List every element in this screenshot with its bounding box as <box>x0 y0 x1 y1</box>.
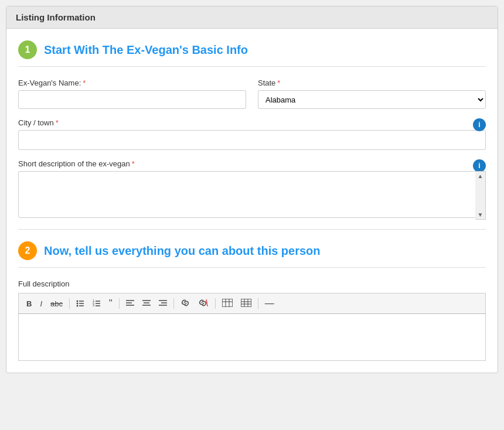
svg-point-2 <box>76 302 78 304</box>
state-field-group: State* Alabama Alaska Arizona Arkansas C… <box>258 79 486 109</box>
state-select[interactable]: Alabama Alaska Arizona Arkansas Californ… <box>258 90 486 109</box>
short-desc-input-wrapper: ▲ ▼ <box>18 171 486 220</box>
toolbar-divider-4 <box>215 298 216 309</box>
city-required: * <box>56 118 59 127</box>
toolbar-divider-1 <box>69 298 70 309</box>
form-body: 1 Start With The Ex-Vegan's Basic Info E… <box>6 29 498 373</box>
scroll-up-icon: ▲ <box>478 173 483 179</box>
toolbar-link[interactable] <box>178 298 193 309</box>
full-desc-editor[interactable] <box>18 314 486 361</box>
toolbar-unordered-list[interactable] <box>73 298 87 310</box>
toolbar-divider-3 <box>173 298 174 309</box>
city-field-group: City / town* i <box>18 118 486 150</box>
listing-form: Listing Information 1 Start With The Ex-… <box>6 6 498 373</box>
toolbar-strikethrough[interactable]: abc <box>47 298 66 309</box>
toolbar-blockquote[interactable]: " <box>106 298 115 309</box>
section-divider <box>18 229 486 230</box>
name-label: Ex-Vegan's Name:* <box>18 79 246 87</box>
section2-header: 2 Now, tell us everything you can about … <box>18 241 486 268</box>
state-label: State* <box>258 79 486 87</box>
short-desc-label: Short description of the ex-vegan* <box>18 159 135 168</box>
short-desc-info-icon[interactable]: i <box>473 159 486 172</box>
toolbar-divider-2 <box>119 298 120 309</box>
form-title: Listing Information <box>16 12 488 22</box>
toolbar-bold[interactable]: B <box>23 298 35 309</box>
toolbar-unlink[interactable] <box>195 298 212 309</box>
state-required: * <box>277 79 280 87</box>
section2-title: Now, tell us everything you can about th… <box>44 244 321 258</box>
svg-text:3.: 3. <box>93 303 95 307</box>
form-header: Listing Information <box>6 6 498 29</box>
svg-point-0 <box>76 300 78 302</box>
city-label-row: City / town* i <box>18 118 486 130</box>
toolbar-divider-5 <box>258 298 258 309</box>
short-desc-label-row: Short description of the ex-vegan* i <box>18 159 486 171</box>
toolbar-align-left[interactable] <box>123 298 137 309</box>
name-required: * <box>83 79 86 87</box>
toolbar-italic[interactable]: I <box>37 298 45 309</box>
section1-title: Start With The Ex-Vegan's Basic Info <box>44 43 248 57</box>
svg-point-4 <box>76 305 78 306</box>
toolbar-ordered-list[interactable]: 1.2.3. <box>90 298 104 310</box>
toolbar-table[interactable] <box>219 298 236 310</box>
svg-rect-22 <box>222 299 233 307</box>
toolbar-table2[interactable] <box>238 298 254 310</box>
svg-rect-26 <box>241 299 251 307</box>
step2-circle: 2 <box>18 241 37 260</box>
city-label: City / town* <box>18 118 59 127</box>
editor-toolbar: B I abc 1.2.3. " <box>18 293 486 314</box>
section1-header: 1 Start With The Ex-Vegan's Basic Info <box>18 40 486 67</box>
full-desc-label: Full description <box>18 279 486 288</box>
toolbar-hr[interactable]: — <box>262 297 276 310</box>
short-desc-field-group: Short description of the ex-vegan* i ▲ ▼ <box>18 159 486 220</box>
scroll-down-icon: ▼ <box>478 211 483 218</box>
toolbar-align-center[interactable] <box>139 298 154 309</box>
full-desc-field-group: Full description B I abc 1.2.3. " <box>18 279 486 361</box>
name-input[interactable] <box>18 90 246 109</box>
city-info-icon[interactable]: i <box>473 118 486 131</box>
name-state-row: Ex-Vegan's Name:* State* Alabama Alaska … <box>18 79 486 109</box>
svg-line-21 <box>206 299 207 306</box>
step1-circle: 1 <box>18 40 37 59</box>
city-input[interactable] <box>18 130 486 150</box>
name-field-group: Ex-Vegan's Name:* <box>18 79 246 109</box>
textarea-scrollbar: ▲ ▼ <box>475 171 486 220</box>
short-desc-input[interactable] <box>18 171 486 218</box>
short-desc-required: * <box>132 159 135 168</box>
toolbar-align-right[interactable] <box>156 298 170 309</box>
